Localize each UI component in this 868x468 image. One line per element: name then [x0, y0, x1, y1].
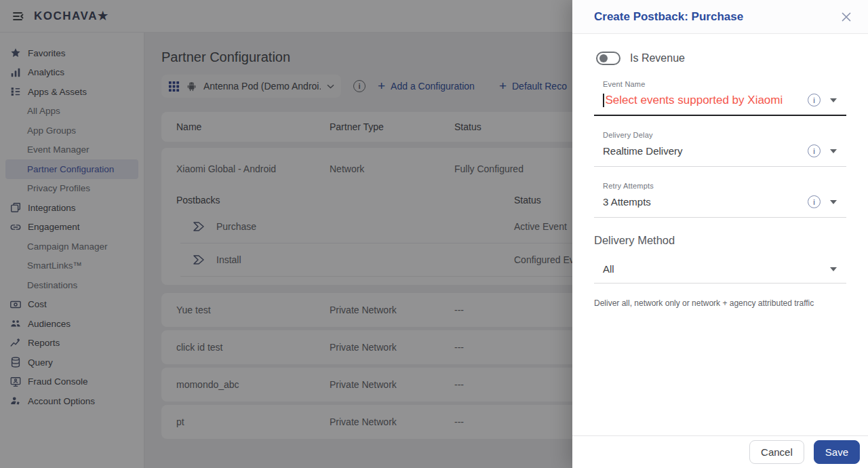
- delivery-method-helper: Deliver all, network only or network + a…: [594, 298, 846, 308]
- delivery-method-heading: Delivery Method: [594, 234, 846, 247]
- cancel-button[interactable]: Cancel: [749, 440, 804, 464]
- info-icon[interactable]: i: [808, 195, 821, 208]
- delivery-delay-field[interactable]: Delivery Delay Realtime Delivery i: [594, 131, 846, 167]
- dropdown-arrow-icon[interactable]: [830, 267, 837, 271]
- retry-attempts-value[interactable]: 3 Attempts: [603, 196, 651, 208]
- dropdown-arrow-icon[interactable]: [830, 200, 837, 204]
- retry-attempts-field[interactable]: Retry Attempts 3 Attempts i: [594, 182, 846, 218]
- drawer-body: Is Revenue Event Name Select events supp…: [572, 34, 868, 308]
- info-icon[interactable]: i: [808, 94, 821, 106]
- drawer-title: Create Postback: Purchase: [594, 10, 837, 24]
- delivery-delay-label: Delivery Delay: [594, 131, 846, 139]
- is-revenue-toggle[interactable]: [596, 52, 620, 65]
- info-icon[interactable]: i: [808, 144, 821, 157]
- text-caret: [603, 94, 604, 107]
- drawer-footer: Cancel Save: [572, 435, 868, 468]
- delivery-method-select[interactable]: All: [594, 252, 846, 284]
- retry-attempts-label: Retry Attempts: [594, 182, 846, 190]
- is-revenue-label: Is Revenue: [630, 52, 685, 64]
- drawer-header: Create Postback: Purchase: [572, 0, 868, 34]
- event-name-field[interactable]: Event Name Select events supported by Xi…: [594, 80, 846, 116]
- delivery-method-value[interactable]: All: [603, 263, 614, 275]
- close-icon[interactable]: [837, 7, 856, 26]
- is-revenue-row: Is Revenue: [594, 52, 846, 65]
- create-postback-drawer: Create Postback: Purchase Is Revenue Eve…: [572, 0, 868, 468]
- save-button[interactable]: Save: [814, 440, 860, 464]
- delivery-delay-value[interactable]: Realtime Delivery: [603, 145, 683, 157]
- event-name-label: Event Name: [594, 80, 846, 88]
- dropdown-arrow-icon[interactable]: [830, 149, 837, 153]
- dropdown-arrow-icon[interactable]: [830, 98, 837, 102]
- event-name-input[interactable]: Select events supported by Xiaomi: [603, 94, 783, 107]
- toggle-knob: [599, 54, 608, 62]
